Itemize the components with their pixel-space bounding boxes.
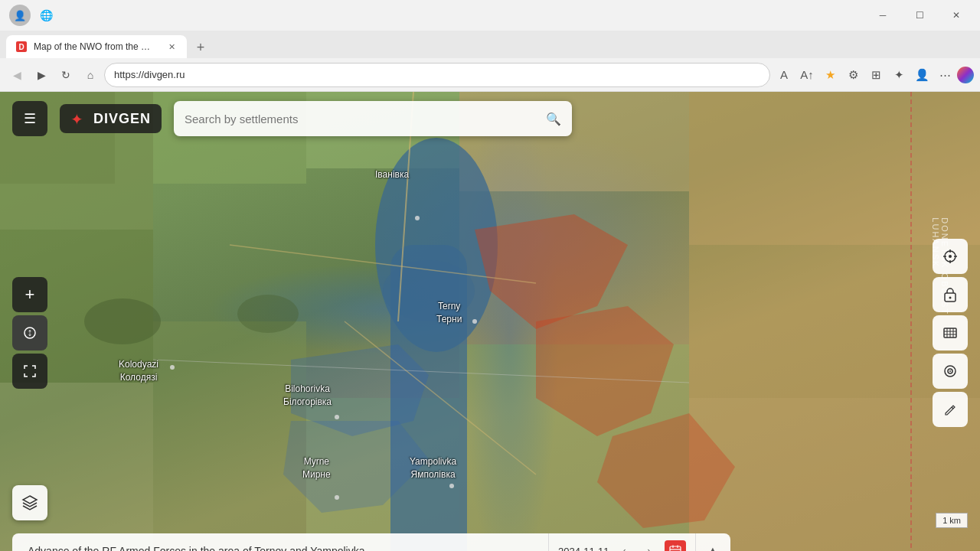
collapse-button[interactable]: ▲ (695, 533, 730, 551)
zoom-in-button[interactable]: + (12, 277, 47, 312)
svg-point-31 (335, 415, 339, 419)
scale-text: 1 km (942, 516, 961, 525)
fullscreen-button[interactable] (12, 354, 47, 389)
reload-button[interactable]: ↻ (55, 64, 77, 86)
scale-bar: 1 km (936, 513, 968, 528)
date-text: 2024-11-11 (558, 546, 609, 552)
left-controls: + ↕ (12, 277, 47, 389)
back-button[interactable]: ◀ (6, 64, 28, 86)
svg-point-36 (237, 295, 299, 333)
svg-point-33 (449, 484, 454, 488)
logo-area: DIVGEN (60, 104, 162, 133)
scale-button[interactable] (933, 315, 968, 350)
browser-toolbar: ◀ ▶ ↻ ⌂ https://divgen.ru A A↑ ★ ⚙ ⊞ ✦ 👤… (0, 58, 980, 92)
translate-icon[interactable]: A (773, 64, 795, 86)
svg-rect-58 (670, 546, 681, 551)
bottom-bar: Advance of the RF Armed Forces in the ar… (0, 528, 980, 551)
calendar-button[interactable] (665, 540, 686, 551)
search-icon[interactable]: 🔍 (546, 112, 561, 126)
locate-button[interactable] (933, 239, 968, 274)
draw-button[interactable] (933, 392, 968, 427)
edge-icon[interactable] (957, 67, 974, 83)
lock-button[interactable] (933, 277, 968, 312)
browser-tab-bar: D Map of the NWO from the DIVGE ✕ + (0, 31, 980, 58)
forward-button[interactable]: ▶ (31, 64, 52, 86)
date-control: 2024-11-11 ‹ › (548, 533, 695, 551)
svg-point-32 (335, 495, 339, 500)
target-button[interactable] (933, 354, 968, 389)
next-date-button[interactable]: › (640, 542, 658, 551)
minimize-button[interactable]: ─ (865, 3, 900, 28)
svg-rect-4 (0, 383, 153, 551)
toolbar-actions: A A↑ ★ ⚙ ⊞ ✦ 👤 ⋯ (773, 64, 974, 86)
browser-window: 👤 🌐 ─ ☐ ✕ D Map of the NWO from the DIVG… (0, 0, 980, 92)
event-info: Advance of the RF Armed Forces in the ar… (12, 533, 548, 551)
active-tab[interactable]: D Map of the NWO from the DIVGE ✕ (6, 35, 187, 58)
svg-point-28 (415, 216, 420, 220)
search-input[interactable] (185, 112, 540, 126)
home-button[interactable]: ⌂ (80, 64, 101, 86)
restore-button[interactable]: ☐ (902, 3, 937, 28)
tab-title: Map of the NWO from the DIVGE (34, 41, 156, 52)
browser-titlebar: 👤 🌐 ─ ☐ ✕ (0, 0, 980, 31)
svg-point-29 (472, 319, 477, 324)
new-tab-button[interactable]: + (190, 37, 211, 58)
map-container[interactable]: ☰ DIVGEN 🔍 + ↕ (0, 92, 980, 551)
svg-text:D: D (18, 43, 24, 51)
zoom-out-button[interactable]: ↕ (12, 315, 47, 350)
search-bar[interactable]: 🔍 (174, 101, 572, 136)
svg-point-40 (949, 255, 952, 258)
svg-point-35 (84, 298, 161, 344)
more-options-icon[interactable]: ⋯ (934, 64, 956, 86)
url-text: https://divgen.ru (114, 69, 760, 80)
browser-icon: 🌐 (35, 5, 57, 26)
prev-date-button[interactable]: ‹ (616, 542, 634, 551)
profile-menu-icon[interactable]: 👤 (911, 64, 933, 86)
map-background (0, 92, 980, 551)
favorites-icon[interactable]: ★ (819, 64, 841, 86)
extensions-icon[interactable]: ⚙ (842, 64, 864, 86)
divgen-logo-icon (70, 110, 87, 127)
close-button[interactable]: ✕ (939, 3, 974, 28)
tab-favicon: D (15, 41, 28, 53)
event-text: Advance of the RF Armed Forces in the ar… (28, 545, 364, 551)
logo-text: DIVGEN (93, 111, 151, 127)
svg-point-55 (949, 370, 951, 372)
split-view-icon[interactable]: ⊞ (865, 64, 887, 86)
window-controls: ─ ☐ ✕ (865, 3, 974, 28)
tab-close-button[interactable]: ✕ (165, 41, 178, 53)
profile-icon[interactable]: 👤 (9, 5, 31, 26)
layers-button[interactable] (12, 485, 47, 520)
browser-ai-icon[interactable]: ✦ (888, 64, 910, 86)
svg-text:↕: ↕ (28, 326, 33, 338)
read-aloud-icon[interactable]: A↑ (796, 64, 818, 86)
map-header: ☰ DIVGEN 🔍 (0, 92, 980, 145)
right-controls (933, 239, 968, 427)
svg-point-46 (949, 297, 952, 299)
map-svg (0, 92, 980, 551)
menu-button[interactable]: ☰ (12, 101, 47, 136)
svg-point-30 (170, 365, 175, 370)
svg-marker-57 (23, 496, 37, 504)
svg-rect-13 (153, 321, 306, 551)
address-bar[interactable]: https://divgen.ru (104, 63, 770, 87)
